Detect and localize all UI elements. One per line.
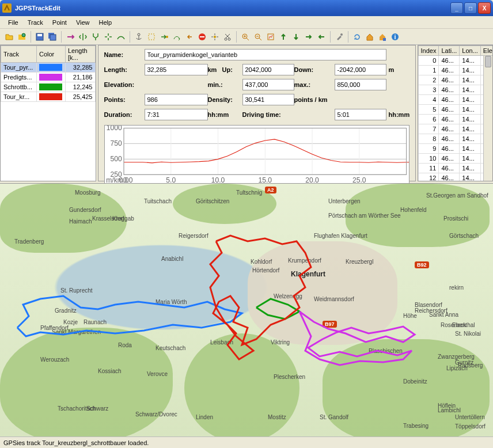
field-length[interactable] — [145, 64, 208, 75]
field-up[interactable] — [242, 64, 294, 75]
field-driving[interactable] — [335, 109, 386, 120]
points-header-lat[interactable]: Lati... — [439, 46, 460, 56]
undo-append-icon[interactable] — [184, 31, 195, 43]
svg-text:500: 500 — [110, 155, 122, 163]
track-row[interactable]: Schrottb...12,245 — [1, 82, 96, 92]
zoom-in-icon[interactable] — [240, 31, 251, 43]
menu-track[interactable]: Track — [23, 17, 48, 28]
field-duration[interactable] — [145, 109, 208, 120]
pan-left-icon[interactable] — [316, 31, 327, 43]
save-home-icon[interactable] — [377, 31, 388, 43]
zoom-track-icon[interactable] — [265, 31, 276, 43]
points-header-index[interactable]: Index — [418, 46, 439, 56]
field-max[interactable] — [335, 79, 386, 90]
svg-rect-6 — [149, 34, 154, 40]
zoom-out-icon[interactable] — [252, 31, 264, 43]
svg-text:15.0: 15.0 — [258, 176, 272, 184]
point-row[interactable]: 946...14...44... — [418, 144, 493, 154]
point-row[interactable]: 746...14...44... — [418, 124, 493, 134]
minimize-button[interactable]: _ — [450, 2, 463, 14]
track-overlay — [0, 184, 493, 436]
home-icon[interactable] — [364, 31, 376, 43]
track-row[interactable]: Tour_kr...25,425 — [1, 92, 96, 102]
app-icon — [2, 3, 12, 13]
point-row[interactable]: 146...14...44... — [418, 66, 493, 75]
point-row[interactable]: 546...14...44... — [418, 105, 493, 115]
point-row[interactable]: 1146...14...44... — [418, 164, 493, 173]
svg-rect-9 — [200, 36, 204, 37]
statusbar: GPSies track Tour_kreuzbergl_schrottbaue… — [0, 436, 493, 448]
open-gpsies-icon[interactable] — [16, 31, 28, 43]
svg-point-11 — [225, 38, 227, 40]
delete-icon[interactable] — [196, 31, 208, 43]
pan-down-icon[interactable] — [290, 31, 302, 43]
point-row[interactable]: 846...14...44... — [418, 134, 493, 144]
svg-text:1000: 1000 — [106, 126, 122, 132]
tracks-header-track[interactable]: Track — [1, 46, 37, 63]
svg-text:5.0: 5.0 — [166, 176, 176, 184]
split-icon[interactable] — [77, 31, 89, 43]
correct-icon[interactable] — [115, 31, 127, 43]
label-min: min.: — [208, 81, 242, 88]
field-density[interactable] — [242, 94, 294, 105]
maximize-button[interactable]: □ — [464, 2, 477, 14]
points-table[interactable]: Index Lati... Lon... Ele... 046...14...4… — [418, 45, 494, 181]
label-duration: Duration: — [104, 111, 145, 118]
save-icon[interactable] — [34, 31, 45, 43]
open-icon[interactable] — [3, 31, 15, 43]
label-length: Length: — [104, 66, 145, 73]
svg-text:10.0: 10.0 — [211, 176, 225, 184]
points-header-ele[interactable]: Ele... — [480, 46, 493, 56]
cut-icon[interactable] — [222, 31, 233, 43]
map-view[interactable]: A2 B92 B97 Klagenfurt MoosburgTuitschach… — [0, 183, 493, 436]
field-down[interactable] — [335, 64, 386, 75]
move-point-icon[interactable] — [209, 31, 221, 43]
save-all-icon[interactable] — [47, 31, 58, 43]
point-row[interactable]: 346...14...44... — [418, 85, 493, 95]
menu-view[interactable]: View — [71, 17, 94, 28]
svg-rect-2 — [37, 34, 42, 36]
pan-up-icon[interactable] — [278, 31, 289, 43]
scrollbar[interactable] — [483, 56, 492, 181]
points-header-lon[interactable]: Lon... — [460, 46, 481, 56]
track-row[interactable]: Tour_pyr...32,285 — [1, 63, 96, 73]
compress-icon[interactable] — [103, 31, 114, 43]
select-area-icon[interactable] — [146, 31, 157, 43]
append-route-icon[interactable] — [171, 31, 183, 43]
field-min[interactable] — [242, 79, 294, 90]
field-name[interactable] — [145, 49, 386, 60]
menu-help[interactable]: Help — [94, 17, 117, 28]
svg-text:m/km0.0: m/km0.0 — [106, 176, 133, 184]
point-row[interactable]: 246...14...44... — [418, 75, 493, 85]
reverse-icon[interactable] — [65, 31, 76, 43]
point-row[interactable]: 1246...14...44... — [418, 173, 493, 182]
svg-point-16 — [340, 33, 343, 36]
merge-icon[interactable] — [90, 31, 101, 43]
point-row[interactable]: 1046...14...44... — [418, 154, 493, 164]
append-icon[interactable] — [158, 31, 170, 43]
label-pointskm: points / km — [294, 96, 386, 103]
close-button[interactable]: X — [478, 2, 491, 14]
point-row[interactable]: 446...14...44... — [418, 95, 493, 105]
anchor-icon[interactable] — [133, 31, 145, 43]
menu-point[interactable]: Point — [48, 17, 71, 28]
label-density: Density: — [208, 96, 242, 103]
field-points[interactable] — [145, 94, 208, 105]
track-details-pane: Name: Length: km Up: Down: m Elevation: … — [98, 45, 416, 181]
menubar: File Track Point View Help — [0, 16, 493, 29]
tracks-table[interactable]: Track Color Length [k... Tour_pyr...32,2… — [0, 45, 96, 181]
track-row[interactable]: Predigts...21,186 — [1, 73, 96, 82]
refresh-icon[interactable] — [351, 31, 363, 43]
tracks-header-length[interactable]: Length [k... — [66, 46, 96, 63]
svg-point-0 — [22, 33, 25, 37]
config-icon[interactable] — [333, 31, 345, 43]
svg-text:750: 750 — [110, 139, 122, 147]
info-icon[interactable]: i — [389, 31, 401, 43]
point-row[interactable]: 046...14...44... — [418, 56, 493, 66]
menu-file[interactable]: File — [3, 17, 23, 28]
point-row[interactable]: 646...14...44... — [418, 115, 493, 124]
status-text: GPSies track Tour_kreuzbergl_schrottbaue… — [3, 439, 149, 446]
tracks-header-color[interactable]: Color — [37, 46, 66, 63]
pan-right-icon[interactable] — [303, 31, 314, 43]
svg-rect-17 — [383, 38, 386, 41]
